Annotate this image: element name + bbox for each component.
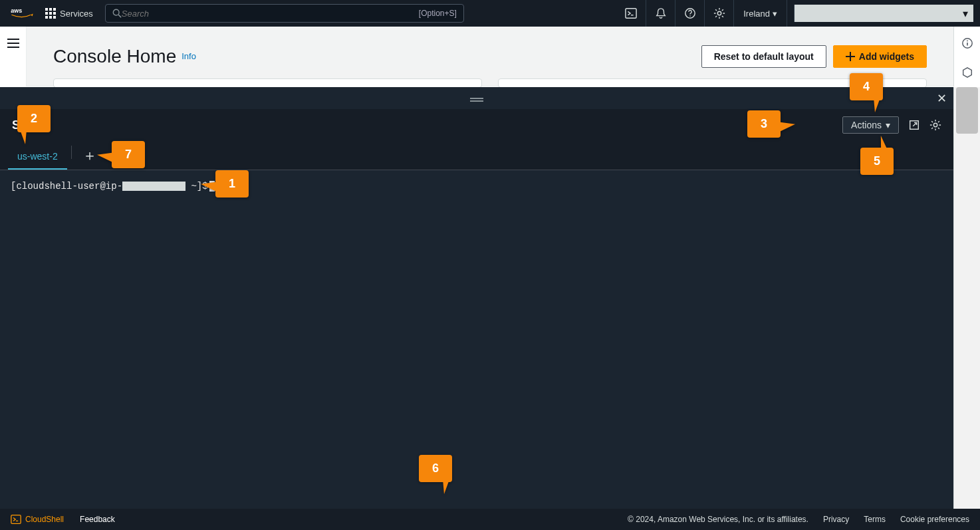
- caret-down-icon: ▾: [963, 7, 968, 20]
- svg-text:aws: aws: [11, 7, 22, 14]
- footer-cloudshell-label: CloudShell: [25, 515, 64, 524]
- copyright-text: © 2024, Amazon Web Services, Inc. or its…: [628, 515, 808, 524]
- caret-down-icon: ▾: [886, 120, 890, 130]
- plus-icon: [846, 52, 855, 61]
- console-home-header: Console Home Info Reset to default layou…: [27, 27, 953, 86]
- add-widgets-label: Add widgets: [859, 51, 914, 62]
- widget-row-peek: [53, 78, 927, 88]
- popout-icon[interactable]: [908, 119, 920, 131]
- gear-icon[interactable]: [929, 119, 941, 131]
- left-rail: [0, 27, 27, 86]
- svg-rect-7: [45, 16, 48, 19]
- widget-card[interactable]: [53, 78, 482, 88]
- svg-point-10: [113, 9, 119, 15]
- global-search[interactable]: [Option+S]: [105, 4, 464, 23]
- cookie-prefs-link[interactable]: Cookie preferences: [900, 515, 969, 524]
- svg-rect-4: [45, 12, 48, 15]
- cloudshell-icon-button[interactable]: [616, 0, 646, 27]
- add-widgets-button[interactable]: Add widgets: [833, 45, 927, 68]
- prompt-prefix: [cloudshell-user@ip-: [11, 181, 122, 192]
- top-nav: aws Services [Option+S] Ireland ▾: [0, 0, 980, 27]
- svg-point-15: [689, 15, 691, 17]
- services-menu[interactable]: Services: [41, 8, 97, 19]
- callout-1: 1: [215, 170, 249, 198]
- tab-separator: [71, 146, 72, 159]
- redacted-ip: [122, 182, 185, 191]
- callout-5: 5: [860, 148, 894, 175]
- nav-right: Ireland ▾ ▾: [616, 0, 973, 27]
- svg-point-27: [933, 123, 937, 126]
- close-cloudshell-button[interactable]: ✕: [937, 91, 947, 106]
- tab-label: us-west-2: [17, 151, 58, 162]
- cloudshell-resize-bar[interactable]: ✕: [0, 87, 953, 109]
- help-icon-button[interactable]: [675, 0, 704, 27]
- feedback-link[interactable]: Feedback: [80, 515, 115, 524]
- search-shortcut-hint: [Option+S]: [419, 9, 457, 18]
- svg-rect-2: [49, 8, 52, 11]
- hamburger-icon[interactable]: [7, 39, 19, 48]
- info-link[interactable]: Info: [182, 51, 196, 61]
- callout-4: 4: [850, 73, 883, 100]
- svg-rect-1: [45, 8, 48, 11]
- svg-line-11: [118, 15, 121, 17]
- cloudshell-header: Shell Actions ▾: [0, 109, 953, 141]
- caret-down-icon: ▾: [773, 9, 777, 19]
- actions-label: Actions: [851, 120, 882, 130]
- svg-rect-6: [53, 12, 56, 15]
- footer: CloudShell Feedback © 2024, Amazon Web S…: [0, 509, 980, 530]
- info-circle-icon[interactable]: [961, 37, 973, 49]
- hexagon-icon[interactable]: [961, 66, 973, 78]
- privacy-link[interactable]: Privacy: [823, 515, 849, 524]
- reset-layout-label: Reset to default layout: [714, 51, 814, 62]
- cloudshell-tab-active[interactable]: us-west-2: [8, 144, 67, 170]
- page-title: Console Home: [53, 46, 176, 67]
- cloudshell-actions-button[interactable]: Actions ▾: [842, 116, 899, 134]
- callout-6: 6: [419, 455, 452, 482]
- reset-layout-button[interactable]: Reset to default layout: [701, 45, 826, 68]
- right-rail: [953, 27, 980, 86]
- svg-rect-9: [53, 16, 56, 19]
- callout-7: 7: [112, 141, 145, 168]
- services-label: Services: [60, 9, 93, 19]
- scrollbar[interactable]: [953, 87, 980, 509]
- notifications-icon-button[interactable]: [646, 0, 675, 27]
- search-icon: [112, 9, 122, 18]
- cloudshell-terminal[interactable]: [cloudshell-user@ip- ~]$: [0, 170, 953, 509]
- svg-rect-8: [49, 16, 52, 19]
- terms-link[interactable]: Terms: [864, 515, 886, 524]
- svg-rect-5: [49, 12, 52, 15]
- grid-icon: [45, 8, 56, 19]
- aws-logo[interactable]: aws: [11, 7, 33, 20]
- region-menu[interactable]: Ireland ▾: [733, 0, 787, 27]
- settings-icon-button[interactable]: [704, 0, 733, 27]
- svg-rect-3: [53, 8, 56, 11]
- svg-marker-25: [963, 68, 971, 77]
- svg-point-16: [717, 11, 721, 15]
- footer-cloudshell-button[interactable]: CloudShell: [11, 514, 64, 525]
- search-input[interactable]: [122, 9, 457, 19]
- callout-3: 3: [747, 110, 781, 138]
- drag-handle-icon: [470, 98, 483, 99]
- svg-point-23: [967, 41, 968, 42]
- account-menu[interactable]: ▾: [794, 5, 973, 22]
- callout-2: 2: [17, 105, 51, 132]
- region-label: Ireland: [743, 9, 770, 19]
